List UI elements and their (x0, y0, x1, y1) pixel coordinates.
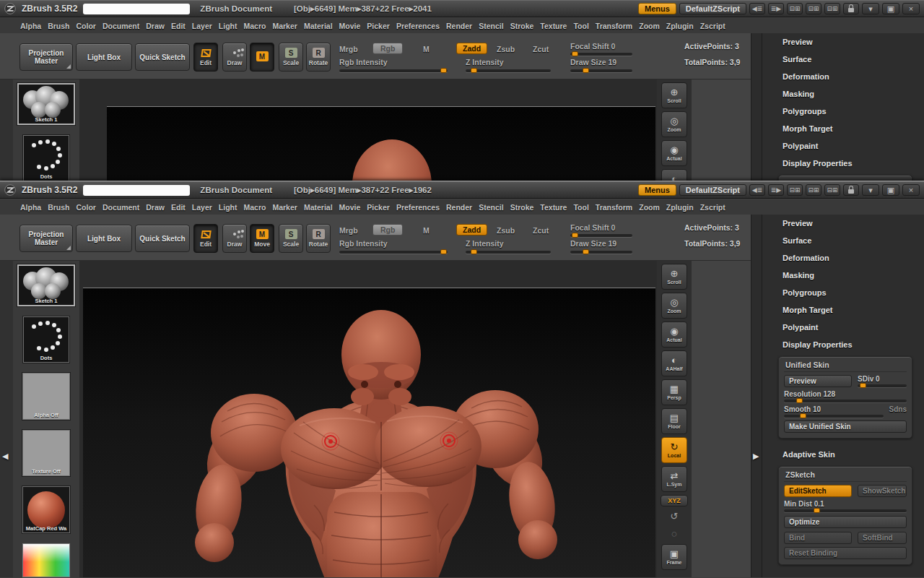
menu-item[interactable]: Preferences (396, 203, 440, 212)
draw-size-slider[interactable] (570, 69, 632, 72)
menu-item[interactable]: Tool (573, 22, 588, 30)
optimize-button[interactable]: Optimize (784, 516, 907, 528)
rail-button[interactable]: ↺ (666, 509, 683, 524)
palette-divider[interactable] (751, 33, 762, 181)
palette-item[interactable]: Preview (762, 33, 924, 51)
quick-sketch-button[interactable]: Quick Sketch (135, 43, 190, 71)
palette-item[interactable]: Surface (762, 232, 924, 249)
menu-item[interactable]: Document (103, 203, 139, 212)
draw-size-slider[interactable] (570, 251, 632, 254)
menu-item[interactable]: Material (304, 203, 333, 212)
rail-button[interactable]: XYZ (661, 495, 688, 506)
focal-shift-slider[interactable] (570, 234, 632, 237)
menu-item[interactable]: Stencil (479, 22, 503, 30)
smooth-slider[interactable]: Smooth 10 (784, 405, 884, 418)
menus-button[interactable]: Menus (638, 184, 676, 196)
m-toggle[interactable]: M (423, 226, 430, 235)
minimize-icon[interactable]: ▾ (862, 3, 879, 14)
tool-thumbnail-sketch1[interactable]: Sketch 1 (17, 83, 75, 125)
edit-sketch-button[interactable]: EditSketch (784, 485, 852, 497)
palette-item[interactable]: Polypaint (762, 319, 924, 336)
sculpt-figure[interactable] (107, 118, 655, 181)
restore-icon[interactable]: ▣ (882, 3, 899, 14)
default-zscript-button[interactable]: DefaultZScript (679, 3, 746, 14)
draw-mode-button[interactable]: Draw (222, 43, 247, 72)
menu-item[interactable]: Marker (272, 203, 297, 212)
layout-icon[interactable]: ⊟⊞ (787, 184, 803, 196)
light-box-button[interactable]: Light Box (76, 225, 132, 252)
menu-item[interactable]: Zoom (639, 203, 660, 212)
dock-left-icon[interactable]: ◀≣ (749, 3, 765, 14)
layout-icon[interactable]: ⊟⊞ (824, 3, 840, 14)
menu-item[interactable]: Layer (192, 203, 212, 212)
z-intensity-slider[interactable] (466, 251, 551, 254)
draw-mode-button[interactable]: Draw (222, 224, 247, 253)
menu-item[interactable]: Brush (48, 22, 69, 30)
dock-right-icon[interactable]: ≣▶ (768, 3, 784, 14)
palette-item[interactable]: Morph Target (762, 120, 924, 137)
palette-item[interactable]: Polygroups (762, 284, 924, 301)
title-bar[interactable]: ZBrush 3.5R2 ZBrush Document [Obj▸6649] … (0, 181, 924, 199)
focal-shift-label[interactable]: Focal Shift 0 (570, 223, 615, 232)
dock-left-icon[interactable]: ◀≣ (749, 184, 765, 196)
draw-size-label[interactable]: Draw Size 19 (570, 239, 616, 248)
palette-item[interactable]: Preview (762, 215, 924, 232)
menu-item[interactable]: Document (103, 22, 139, 30)
menu-item[interactable]: Material (304, 22, 333, 30)
menu-item[interactable]: Picker (367, 22, 390, 30)
sdiv-slider[interactable]: SDiv 0 (858, 375, 907, 387)
z-intensity-slider[interactable] (466, 69, 551, 72)
lock-icon[interactable] (843, 184, 859, 196)
menu-item[interactable]: Light (219, 203, 237, 212)
document-area[interactable] (83, 288, 655, 577)
rail-button[interactable]: ◎ Zoom (661, 111, 687, 137)
min-dist-slider[interactable]: Min Dist 0.1 (784, 500, 907, 512)
move-mode-button[interactable]: MMove (250, 224, 274, 253)
z-intensity-label[interactable]: Z Intensity (466, 58, 504, 66)
default-zscript-button[interactable]: DefaultZScript (679, 184, 746, 196)
menu-item[interactable]: Macro (244, 22, 266, 30)
menu-item[interactable]: Layer (192, 22, 212, 30)
menu-item[interactable]: Alpha (20, 203, 41, 212)
mrgb-toggle[interactable]: Mrgb (339, 226, 358, 235)
menu-item[interactable]: Stroke (510, 203, 534, 212)
rail-button[interactable]: ◉ Actual (661, 322, 687, 348)
palette-item[interactable]: Deformation (762, 249, 924, 267)
rgb-intensity-label[interactable]: Rgb Intensity (339, 58, 388, 66)
palette-item[interactable]: Rigging (762, 572, 924, 577)
rail-button[interactable]: ◌ (666, 527, 683, 541)
menu-item[interactable]: Preferences (396, 22, 440, 30)
alpha-thumbnail[interactable]: Alpha Off (22, 373, 70, 420)
canvas[interactable] (79, 79, 657, 181)
projection-master-button[interactable]: Projection Master (19, 43, 73, 71)
menu-item[interactable]: Zscript (700, 203, 725, 212)
palette-item[interactable]: Deformation (762, 68, 924, 85)
scale-mode-button[interactable]: SScale (279, 43, 303, 72)
restore-icon[interactable]: ▣ (882, 184, 899, 196)
menu-item[interactable]: Marker (272, 22, 297, 30)
menu-item[interactable]: Draw (146, 22, 165, 30)
edit-mode-button[interactable]: Edit (193, 224, 218, 253)
projection-master-button[interactable]: Projection Master (19, 225, 73, 252)
palette-item[interactable]: Masking (762, 267, 924, 284)
palette-item[interactable]: Polypaint (762, 137, 924, 155)
close-icon[interactable]: × (902, 3, 920, 14)
menu-item[interactable]: Picker (367, 203, 390, 212)
menu-item[interactable]: Transform (596, 203, 632, 212)
menu-item[interactable]: Zoom (639, 22, 660, 30)
menu-item[interactable]: Movie (339, 203, 361, 212)
menu-item[interactable]: Light (219, 22, 237, 30)
menu-item[interactable]: Texture (540, 22, 567, 30)
rail-button[interactable]: ⇄ L.Sym (661, 466, 687, 492)
bind-button[interactable]: Bind (784, 532, 852, 544)
zadd-toggle[interactable]: Zadd (456, 43, 487, 54)
zcut-toggle[interactable]: Zcut (533, 45, 549, 53)
rgb-intensity-label[interactable]: Rgb Intensity (339, 239, 388, 248)
rail-button[interactable]: ▦ Persp (661, 379, 687, 405)
reset-binding-button[interactable]: Reset Binding (784, 547, 907, 559)
layout-icon[interactable]: ⊟⊞ (824, 184, 840, 196)
menu-item[interactable]: Draw (146, 203, 165, 212)
menu-item[interactable]: Macro (244, 203, 266, 212)
edit-mode-button[interactable]: Edit (193, 43, 218, 72)
zcut-toggle[interactable]: Zcut (533, 226, 549, 235)
